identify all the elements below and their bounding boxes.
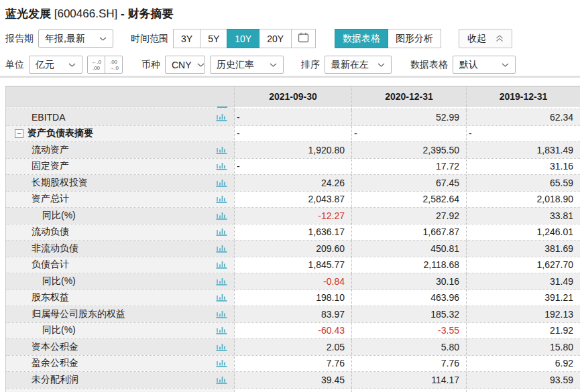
cell-value: 1,627.70	[466, 257, 580, 273]
cell-value: 1,636.17	[234, 224, 351, 241]
time-range-20y-button[interactable]: 20Y	[259, 29, 292, 48]
row-label-cell[interactable]: 盈余公积金	[6, 356, 234, 372]
row-label-cell[interactable]: 同比(%)	[6, 273, 234, 289]
mini-bar-chart-icon[interactable]	[215, 161, 228, 171]
table-row: 同比(%) -60.43-3.5521.92	[6, 323, 580, 340]
mini-bar-chart-icon[interactable]	[215, 113, 228, 122]
mini-bar-chart-icon[interactable]	[215, 244, 228, 253]
column-header-date[interactable]: 2021-09-30	[234, 86, 351, 106]
cell-value: -	[234, 159, 351, 175]
mini-bar-chart-icon[interactable]	[215, 227, 228, 237]
cell-value: 463.96	[351, 290, 466, 306]
chevron-down-icon	[99, 37, 107, 41]
row-label: 股东权益	[32, 291, 69, 304]
unit-select[interactable]: 亿元	[29, 56, 82, 74]
row-label-cell[interactable]: 股东权益	[6, 290, 234, 306]
cell-value: 6.92	[466, 356, 580, 372]
mini-bar-chart-icon[interactable]	[215, 293, 228, 302]
row-label-cell[interactable]: 同比(%)	[6, 323, 234, 339]
row-label-cell[interactable]: 非流动负债	[6, 241, 234, 257]
row-label-cell[interactable]: 归属母公司股东的权益	[6, 306, 234, 322]
cell-value: 450.81	[351, 241, 466, 257]
row-label-cell[interactable]: 资本公积金	[6, 339, 234, 355]
page-title: 蓝光发展 [600466.SH] - 财务摘要	[5, 6, 173, 21]
table-row: −资产负债表摘要---	[6, 126, 580, 143]
row-label-cell[interactable]: 流动资产	[6, 142, 234, 158]
cell-value: 1,246.01	[466, 224, 580, 241]
table-body: EBITDA -52.9962.34−资产负债表摘要---流动资产 1,920.…	[6, 109, 580, 389]
mini-bar-chart-icon[interactable]	[215, 178, 228, 188]
mini-bar-chart-icon[interactable]	[215, 310, 228, 319]
calendar-icon	[298, 32, 309, 45]
cell-value: 185.32	[351, 306, 466, 322]
mini-bar-chart-icon[interactable]	[215, 375, 228, 385]
row-label-cell[interactable]: 长期股权投资	[6, 175, 234, 191]
cell-value: -3.55	[351, 323, 466, 339]
chevron-down-icon	[378, 63, 385, 67]
row-label: 同比(%)	[42, 275, 76, 287]
chevron-down-icon	[270, 63, 277, 67]
collapse-section-icon[interactable]: −	[15, 129, 23, 138]
cell-value: -	[234, 126, 351, 142]
row-label-cell[interactable]: 负债合计	[6, 257, 234, 273]
row-label: 归属母公司股东的权益	[32, 308, 125, 320]
report-period-select[interactable]: 年报,最新	[38, 29, 113, 48]
cell-value: 31.16	[466, 159, 580, 175]
row-label: 资本公积金	[32, 341, 78, 353]
mini-bar-chart-icon[interactable]	[215, 194, 228, 204]
row-label-cell[interactable]: 流动负债	[6, 224, 234, 241]
row-label-cell[interactable]: 未分配利润	[6, 372, 234, 388]
toolbar-row-2: 单位 亿元 ←.0 .00 .00 →.0 币种 CNY	[5, 55, 516, 74]
cell-value: 62.34	[466, 109, 580, 125]
increase-decimals-button[interactable]: .00 →.0	[105, 56, 123, 74]
title-dash: -	[121, 7, 125, 20]
decrease-decimals-button[interactable]: ←.0 .00	[87, 56, 105, 74]
row-label: 固定资产	[32, 160, 69, 172]
fx-rate-select[interactable]: 历史汇率	[210, 56, 284, 74]
collapse-button[interactable]: 收起	[459, 29, 512, 48]
chevron-down-icon	[68, 63, 76, 67]
mini-bar-chart-icon[interactable]	[215, 326, 228, 335]
column-header-date[interactable]: 2019-12-31	[466, 86, 580, 106]
row-label-cell[interactable]: −资产负债表摘要	[6, 126, 234, 142]
financial-data-table: 2021-09-302020-12-312019-12-31 EBITDA -5…	[5, 86, 580, 392]
report-period-label: 报告期	[5, 33, 34, 45]
time-range-3y-button[interactable]: 3Y	[173, 29, 200, 48]
dec-right-line2: →.0	[109, 65, 119, 71]
table-row: 归属母公司股东的权益 83.97185.32192.13	[6, 306, 580, 323]
calendar-button[interactable]	[291, 29, 316, 48]
cell-value: 2,118.68	[351, 257, 466, 273]
mini-bar-chart-icon[interactable]	[215, 211, 228, 220]
time-range-5y-button[interactable]: 5Y	[200, 29, 227, 48]
mini-bar-chart-icon[interactable]	[215, 145, 228, 155]
time-range-10y-button[interactable]: 10Y	[227, 29, 259, 48]
report-period-value: 年报,最新	[45, 33, 85, 45]
mini-bar-chart-icon[interactable]	[215, 342, 228, 352]
collapse-label: 收起	[467, 33, 486, 45]
data-table-view-button[interactable]: 数据表格	[335, 29, 388, 48]
mini-bar-chart-icon[interactable]	[215, 358, 228, 368]
table-row: 盈余公积金 7.767.766.92	[6, 356, 580, 373]
table-preset-select[interactable]: 默认	[453, 56, 516, 74]
sort-select[interactable]: 最新在左	[325, 56, 392, 74]
row-label-cell[interactable]: 同比(%)	[6, 208, 234, 224]
cell-value: 27.92	[351, 208, 466, 224]
dec-left-line2: .00	[93, 65, 100, 71]
cell-value: -	[466, 126, 580, 142]
chart-analysis-view-button[interactable]: 图形分析	[388, 29, 441, 48]
cell-value: 52.99	[351, 109, 466, 125]
currency-select[interactable]: CNY	[165, 56, 205, 74]
unit-label: 单位	[5, 59, 24, 71]
cell-value: 192.13	[466, 306, 580, 322]
mini-bar-chart-icon[interactable]	[215, 277, 228, 286]
cell-value: 7.76	[234, 356, 351, 372]
mini-bar-chart-icon[interactable]	[215, 260, 228, 269]
column-header-date[interactable]: 2020-12-31	[351, 86, 466, 106]
table-row: 固定资产 -17.7231.16	[6, 159, 580, 176]
table-row: 非流动负债 209.60450.81381.69	[6, 241, 580, 257]
row-label-cell[interactable]: EBITDA	[6, 109, 234, 125]
row-label-cell[interactable]: 固定资产	[6, 159, 234, 175]
row-label-cell[interactable]: 资产总计	[6, 192, 234, 208]
cell-value: 1,667.87	[351, 224, 466, 241]
table-row: 流动负债 1,636.171,667.871,246.01	[6, 224, 580, 241]
